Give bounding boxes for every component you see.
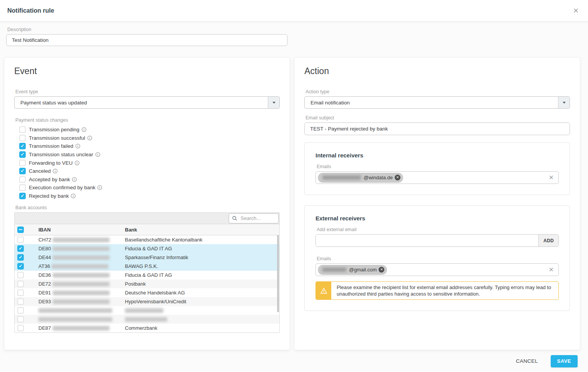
select-all-checkbox[interactable]: [17, 227, 24, 233]
table-row[interactable]: DE87Commerzbank: [15, 324, 279, 332]
table-row[interactable]: CH72Basellandschaftliche Kantonalbank: [15, 235, 279, 244]
row-checkbox-cell: [15, 272, 38, 278]
status-checkbox[interactable]: [19, 184, 26, 191]
status-checkbox-label: Forwarding to VEU: [29, 160, 73, 166]
event-type-value: Payment status was updated: [20, 100, 87, 106]
table-scrollbar[interactable]: [277, 235, 279, 312]
iban-cell: DE91: [38, 290, 125, 296]
row-checkbox[interactable]: [17, 263, 24, 269]
status-checkbox-label: Accepted by bank: [29, 177, 70, 182]
bank-name: Sparkasse/Finanz Informatik: [125, 255, 188, 260]
info-icon[interactable]: [53, 169, 58, 174]
description-input[interactable]: [6, 34, 287, 46]
iban-cell: DE87: [38, 325, 125, 331]
row-checkbox[interactable]: [17, 298, 24, 305]
table-row[interactable]: DE36Fiducia & GAD IT AG: [15, 271, 279, 279]
row-checkbox[interactable]: [17, 254, 24, 261]
redacted-iban: [53, 273, 110, 278]
action-type-select[interactable]: Email notification: [304, 96, 570, 109]
dialog-footer: CANCEL SAVE: [0, 350, 588, 372]
bank-cell: [125, 308, 279, 313]
bank-cell: Sparkasse/Finanz Informatik: [125, 255, 279, 260]
external-emails-field[interactable]: @gmail.com ✕ ✕: [316, 263, 559, 276]
row-checkbox[interactable]: [17, 307, 24, 314]
table-row[interactable]: DE80Fiducia & GAD IT AG: [15, 244, 279, 253]
table-row[interactable]: DE44Sparkasse/Finanz Informatik: [15, 253, 279, 262]
info-icon[interactable]: [75, 144, 80, 149]
status-change-row: Execution confirmed by bank: [14, 184, 280, 192]
redacted-email-name: [322, 175, 361, 180]
row-checkbox[interactable]: [17, 281, 24, 287]
status-checkbox[interactable]: [19, 143, 26, 149]
info-icon[interactable]: [71, 193, 76, 198]
dropdown-button[interactable]: [268, 97, 279, 108]
clear-field-icon[interactable]: ✕: [549, 175, 554, 181]
status-checkbox[interactable]: [19, 151, 26, 158]
table-row[interactable]: DE72Postbank: [15, 279, 279, 288]
redacted-iban: [53, 326, 110, 331]
info-icon[interactable]: [81, 127, 86, 132]
iban-prefix: DE91: [38, 290, 51, 296]
search-input[interactable]: [240, 215, 275, 222]
status-checkbox-label: Transmission failed: [29, 143, 73, 149]
add-button[interactable]: ADD: [538, 235, 558, 246]
info-icon[interactable]: [72, 177, 77, 182]
table-row[interactable]: DE93HypoVereinsbank/UniCredit: [15, 297, 279, 306]
redacted-bank: [125, 317, 167, 322]
external-receivers-card: External receivers Add external email AD…: [304, 205, 570, 311]
status-checkbox[interactable]: [19, 135, 26, 141]
payment-status-section: Payment status changes Transmission pend…: [14, 117, 280, 200]
payment-status-list: Transmission pendingTransmission success…: [14, 126, 280, 200]
info-icon[interactable]: [87, 136, 92, 141]
event-type-select[interactable]: Payment status was updated: [14, 96, 280, 109]
chip-remove-icon[interactable]: ✕: [395, 175, 400, 180]
save-button[interactable]: SAVE: [551, 355, 578, 367]
clear-field-icon[interactable]: ✕: [549, 267, 554, 273]
status-checkbox[interactable]: [19, 160, 26, 166]
action-type-value: Email notification: [311, 100, 350, 106]
bank-name: Deutsche Handelsbank AG: [125, 290, 185, 296]
action-type-label: Action type: [306, 89, 570, 94]
chip-remove-icon[interactable]: ✕: [379, 267, 384, 273]
table-row[interactable]: [15, 306, 279, 315]
add-external-email-input[interactable]: [316, 235, 538, 246]
dropdown-button[interactable]: [558, 97, 570, 108]
status-checkbox[interactable]: [19, 168, 26, 174]
row-checkbox[interactable]: [17, 236, 24, 243]
bank-name: BAWAG P.S.K.: [125, 263, 158, 269]
status-checkbox[interactable]: [19, 176, 26, 183]
search-box[interactable]: [229, 213, 279, 223]
status-change-row: Transmission pending: [14, 126, 280, 134]
bank-name: HypoVereinsbank/UniCredit: [125, 299, 186, 304]
row-checkbox[interactable]: [17, 272, 24, 278]
iban-cell: [38, 308, 125, 313]
description-label: Description: [7, 27, 287, 32]
iban-cell: CH72: [38, 237, 125, 243]
email-subject-input[interactable]: [304, 122, 570, 135]
row-checkbox[interactable]: [17, 325, 24, 331]
info-icon[interactable]: [75, 160, 80, 165]
row-checkbox[interactable]: [17, 316, 24, 322]
internal-emails-field[interactable]: @windata.de ✕ ✕: [316, 171, 559, 184]
redacted-iban: [53, 299, 110, 304]
bank-cell: Postbank: [125, 281, 279, 287]
row-checkbox[interactable]: [17, 245, 24, 252]
redacted-iban: [53, 282, 110, 286]
table-row[interactable]: [15, 315, 279, 324]
close-icon[interactable]: ✕: [573, 7, 579, 14]
cancel-button[interactable]: CANCEL: [513, 358, 540, 364]
add-external-email-label: Add external email: [317, 227, 559, 232]
iban-cell: DE36: [38, 272, 125, 278]
bank-accounts-label: Bank accounts: [15, 205, 280, 210]
info-icon[interactable]: [97, 185, 102, 190]
row-checkbox-cell: [15, 245, 38, 252]
row-checkbox-cell: [15, 236, 38, 243]
status-change-row: Transmission successful: [14, 134, 280, 142]
bank-name: Commerzbank: [125, 325, 158, 331]
status-checkbox[interactable]: [19, 126, 26, 133]
table-row[interactable]: AT36BAWAG P.S.K.: [15, 262, 279, 271]
table-row[interactable]: DE91Deutsche Handelsbank AG: [15, 288, 279, 297]
status-checkbox[interactable]: [19, 193, 26, 199]
info-icon[interactable]: [95, 152, 100, 157]
row-checkbox[interactable]: [17, 289, 24, 296]
